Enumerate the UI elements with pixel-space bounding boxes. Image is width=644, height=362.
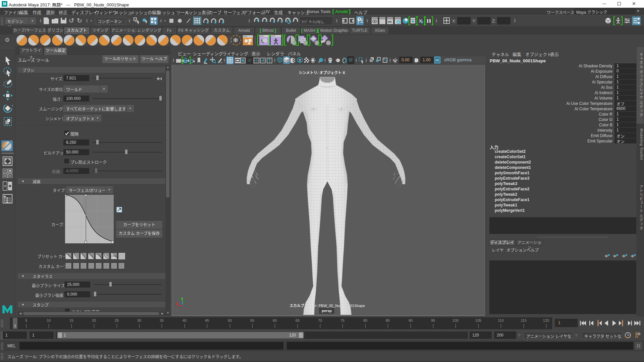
svg-text:IPR: IPR: [388, 21, 392, 23]
svg-text:ON: ON: [436, 59, 439, 61]
